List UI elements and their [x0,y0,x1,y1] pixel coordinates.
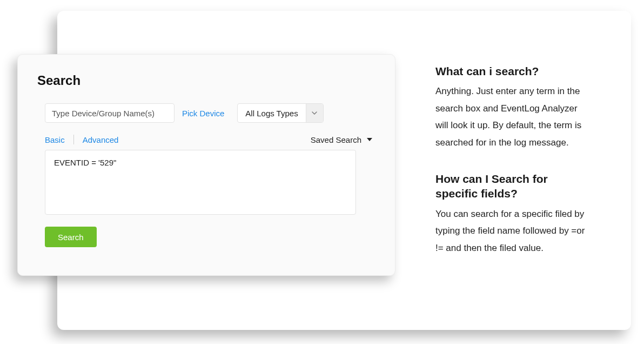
log-types-selected-label: All Logs Types [238,104,305,122]
help-block-2: How can I Search for specific fields? Yo… [435,171,592,256]
pick-device-link[interactable]: Pick Device [182,109,224,118]
tab-advanced[interactable]: Advanced [83,135,119,144]
chevron-down-icon [306,104,323,122]
search-query-input[interactable] [45,150,356,215]
search-panel: Search Pick Device All Logs Types Basic … [17,54,395,276]
search-mode-row: Basic Advanced Saved Search [37,135,375,144]
saved-search-dropdown[interactable]: Saved Search [311,135,375,144]
saved-search-label: Saved Search [311,135,361,144]
help-heading-2: How can I Search for specific fields? [435,171,592,201]
tab-basic[interactable]: Basic [45,135,65,144]
help-body-1: Anything. Just enter any term in the sea… [435,83,592,151]
help-body-2: You can search for a specific filed by t… [435,206,592,256]
search-title: Search [37,73,375,88]
help-heading-1: What can i search? [435,64,592,78]
caret-down-icon [367,137,372,142]
device-name-input[interactable] [45,103,175,123]
help-block-1: What can i search? Anything. Just enter … [435,64,592,151]
help-pane: What can i search? Anything. Just enter … [435,64,592,277]
tab-separator [73,135,74,144]
search-button[interactable]: Search [45,227,97,247]
log-types-select[interactable]: All Logs Types [237,103,323,123]
search-controls-row: Pick Device All Logs Types [37,103,375,123]
